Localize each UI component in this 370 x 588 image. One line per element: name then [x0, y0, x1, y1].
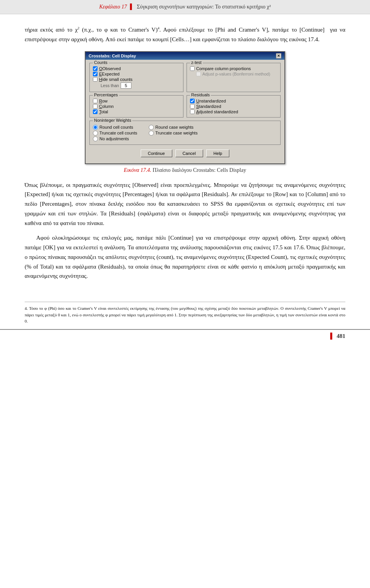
page-number-pipe: ▌ — [330, 333, 335, 339]
counts-group: Counts OObserved EExpected — [89, 63, 183, 92]
middle-row: Percentages Row Column — [89, 95, 281, 121]
no-adj-radio[interactable] — [93, 136, 98, 141]
close-icon[interactable]: ✕ — [276, 53, 281, 59]
paragraph-2: Όπως βλέπουμε, οι πραγματικές συχνότητες… — [25, 180, 345, 228]
round-cell-radio[interactable] — [93, 125, 98, 130]
page-header: Κεφάλαιο 17 ▌ Σύγκριση συχνοτήτων κατηγο… — [0, 0, 370, 14]
top-row: Counts OObserved EExpected — [89, 63, 281, 95]
observed-label: OObserved — [99, 66, 121, 71]
noninteger-group: Noninteger Weights Round cell counts — [89, 121, 281, 145]
percentages-group: Percentages Row Column — [89, 95, 183, 118]
col-pct-label: Column — [99, 104, 114, 109]
hide-small-checkbox[interactable] — [93, 77, 98, 82]
round-cell-row: Round cell counts — [93, 125, 137, 130]
footnote-text: Τόσο το φ (Phi) όσο και το Cramer's V εί… — [25, 306, 345, 323]
dialog-title: Crosstabs: Cell Display — [89, 54, 136, 58]
adj-std-checkbox[interactable] — [190, 109, 195, 114]
ztest-content: Compare column proportions Adjust p-valu… — [190, 66, 277, 76]
noninteger-right: Round case weights Truncate case weights — [149, 124, 198, 142]
round-case-radio[interactable] — [149, 125, 154, 130]
row-pct-row: Row — [93, 99, 180, 103]
hide-small-row: Hide small counts — [93, 77, 180, 82]
main-content: τήρια εκτός από το χ2 (π.χ., το φ και το… — [0, 14, 370, 302]
footnote-number: 4. — [25, 306, 28, 311]
std-row: Standardized — [190, 104, 277, 109]
unstd-row: Unstandardized — [190, 99, 277, 103]
percentages-label: Percentages — [93, 92, 119, 97]
noninteger-content: Round cell counts Truncate cell counts N… — [93, 124, 277, 142]
total-pct-label: Total — [99, 109, 108, 114]
page-number: 481 — [337, 333, 346, 339]
hide-small-label: Hide small counts — [99, 77, 133, 82]
row-pct-checkbox[interactable] — [93, 99, 98, 103]
col-pct-row: Column — [93, 104, 180, 109]
adj-std-row: Adjusted standardized — [190, 109, 277, 114]
chapter-title: Κεφάλαιο 17 — [99, 4, 127, 10]
counts-content: OObserved EExpected Hide small counts — [93, 66, 180, 89]
less-than-label: Less than — [101, 83, 119, 88]
compare-col-checkbox[interactable] — [190, 66, 195, 71]
unstd-checkbox[interactable] — [190, 99, 195, 103]
round-case-row: Round case weights — [149, 125, 198, 130]
paragraph-3: Αφού ολοκληρώσουμε τις επιλογές μας, πατ… — [25, 233, 345, 281]
percentages-content: Row Column Total — [93, 99, 180, 114]
std-label: Standardized — [196, 104, 221, 109]
round-case-label: Round case weights — [155, 125, 193, 129]
adjust-pval-row: Adjust p-values (Bonferroni method) — [196, 72, 277, 76]
dialog-container: Crosstabs: Cell Display ✕ Counts OObserv… — [25, 51, 345, 164]
adjust-pval-checkbox[interactable] — [196, 72, 201, 76]
observed-checkbox[interactable] — [93, 66, 98, 71]
expected-checkbox[interactable] — [93, 72, 98, 76]
footer-area: 4. Τόσο το φ (Phi) όσο και το Cramer's V… — [0, 302, 370, 324]
residuals-content: Unstandardized Standardized Adjusted sta… — [190, 99, 277, 114]
figure-caption: Εικόνα 17.4. Πλαίσιο διαλόγου Crosstabs:… — [25, 167, 345, 173]
ztest-label: z-test — [190, 60, 203, 65]
residuals-group: Residuals Unstandardized Standardized — [187, 95, 281, 118]
header-subtitle: Σύγκριση συχνοτήτων κατηγοριών: Το στατι… — [137, 4, 271, 10]
caption-label: Εικόνα 17.4. — [124, 167, 151, 173]
expected-label: EExpected — [99, 72, 119, 76]
trunc-case-radio[interactable] — [149, 131, 154, 136]
noninteger-cols: Round cell counts Truncate cell counts N… — [93, 124, 277, 142]
footnote: 4. Τόσο το φ (Phi) όσο και το Cramer's V… — [25, 305, 345, 324]
less-than-row: Less than — [101, 82, 180, 89]
caption-text: Πλαίσιο διαλόγου Crosstabs: Cells Displa… — [153, 167, 246, 173]
paragraph-1: τήρια εκτός από το χ2 (π.χ., το φ και το… — [25, 25, 345, 44]
trunc-cell-radio[interactable] — [93, 131, 98, 136]
no-adj-row: No adjustments — [93, 136, 137, 141]
cancel-button[interactable]: Cancel — [175, 150, 203, 157]
observed-row: OObserved — [93, 66, 180, 71]
counts-label: Counts — [93, 60, 109, 65]
dialog-titlebar: Crosstabs: Cell Display ✕ — [86, 52, 284, 60]
dialog-body: Counts OObserved EExpected — [86, 60, 284, 163]
ztest-group: z-test Compare column proportions Adjust… — [187, 63, 281, 92]
trunc-case-label: Truncate case weights — [155, 131, 198, 135]
residuals-label: Residuals — [190, 92, 211, 97]
header-separator: ▌ — [130, 4, 134, 10]
trunc-cell-row: Truncate cell counts — [93, 131, 137, 136]
noninteger-left: Round cell counts Truncate cell counts N… — [93, 124, 137, 142]
row-pct-label: Row — [99, 99, 108, 103]
dialog-buttons: Continue Cancel Help — [89, 148, 281, 160]
unstd-label: Unstandardized — [196, 99, 226, 103]
adjust-pval-label: Adjust p-values (Bonferroni method) — [202, 72, 270, 76]
std-checkbox[interactable] — [190, 104, 195, 109]
trunc-case-row: Truncate case weights — [149, 131, 198, 136]
compare-col-row: Compare column proportions — [190, 66, 277, 71]
help-button[interactable]: Help — [206, 150, 230, 157]
total-pct-checkbox[interactable] — [93, 109, 98, 114]
adj-std-label: Adjusted standardized — [196, 109, 238, 114]
trunc-cell-label: Truncate cell counts — [99, 131, 137, 135]
col-pct-checkbox[interactable] — [93, 104, 98, 109]
round-cell-label: Round cell counts — [99, 125, 133, 129]
less-than-input[interactable] — [121, 82, 131, 89]
no-adj-label: No adjustments — [99, 136, 129, 141]
noninteger-label: Noninteger Weights — [93, 118, 132, 123]
expected-row: EExpected — [93, 72, 180, 76]
spss-dialog: Crosstabs: Cell Display ✕ Counts OObserv… — [85, 51, 285, 164]
continue-button[interactable]: Continue — [141, 150, 172, 157]
total-pct-row: Total — [93, 109, 180, 114]
compare-col-label: Compare column proportions — [196, 66, 251, 71]
page-number-bar: ▌ 481 — [0, 329, 370, 339]
